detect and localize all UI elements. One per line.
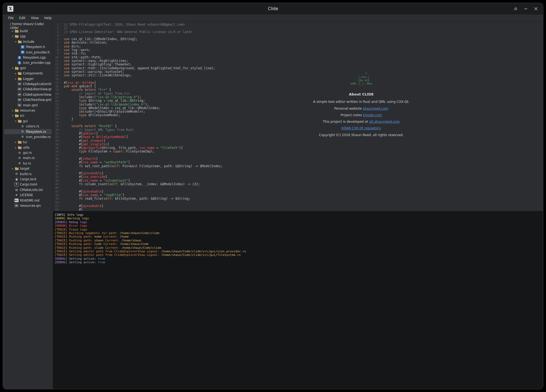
chevron-collapsed-icon[interactable]: ▸ bbox=[11, 30, 14, 32]
log-line: [TRACE] Building segments for path: /hom… bbox=[55, 231, 541, 235]
chevron-expanded-icon[interactable]: ▾ bbox=[11, 67, 14, 70]
menu-item-file[interactable]: File bbox=[6, 15, 16, 21]
chevron-expanded-icon[interactable]: ▾ bbox=[11, 35, 14, 38]
chevron-collapsed-icon[interactable]: ▸ bbox=[14, 141, 17, 143]
tree-item-clideexplorerview-qml[interactable]: QtClideExplorerView.qml bbox=[4, 92, 52, 97]
close-icon[interactable] bbox=[533, 6, 539, 11]
chevron-collapsed-icon[interactable]: ▸ bbox=[11, 109, 14, 112]
chevron-collapsed-icon[interactable]: ▸ bbox=[11, 167, 14, 170]
tree-item-build-rs[interactable]: ⚙build.rs bbox=[4, 171, 52, 176]
code-line: 41 bbox=[53, 168, 543, 172]
tree-item-resources[interactable]: ▸resources bbox=[4, 108, 52, 113]
tree-item-label: main.rs bbox=[23, 156, 35, 160]
chevron-expanded-icon[interactable]: ▾ bbox=[14, 40, 17, 43]
code-line: 49 fn read_file(self: &FileSystem, path:… bbox=[53, 197, 543, 201]
minimize-icon[interactable] bbox=[523, 6, 529, 11]
folder-icon bbox=[14, 34, 19, 38]
tree-item-logger[interactable]: ▸Logger bbox=[4, 76, 52, 81]
tree-root-path[interactable]: / home/ shaun/ Code/ clide/ bbox=[3, 23, 53, 28]
tree-item-label: qml bbox=[20, 66, 26, 70]
log-line: [INFO] Info logs bbox=[55, 213, 541, 217]
tree-item-tui-rs[interactable]: ⚙tui.rs bbox=[4, 161, 52, 166]
log-line: [TRACE] Setting editor path from ClideEx… bbox=[55, 250, 541, 253]
line-number: 16 bbox=[53, 77, 61, 81]
code-line: 51 #[qinvokable] bbox=[53, 204, 543, 208]
tree-item-label: CMakeLists.txt bbox=[20, 188, 43, 192]
tree-item-target[interactable]: ▸target bbox=[4, 166, 52, 171]
code-editor[interactable]: 1// SPDX-FileCopyrightText: 2026, Shaun … bbox=[53, 22, 543, 211]
code-line: 12use syntect::highlighting::ThemeSet; bbox=[53, 63, 543, 66]
about-link[interactable]: shaunreed.com bbox=[363, 107, 388, 110]
tree-item-utils[interactable]: ▸utils bbox=[4, 145, 52, 150]
tree-item-colors-rs[interactable]: ⚙colors.rs bbox=[4, 124, 52, 129]
about-links: Personal website shaunreed.comProject no… bbox=[296, 107, 427, 130]
tree-item-components[interactable]: ▸Components bbox=[4, 71, 52, 76]
about-line: Personal website shaunreed.com bbox=[296, 107, 427, 110]
chevron-collapsed-icon[interactable]: ▸ bbox=[14, 72, 17, 75]
tree-item-icon-provider-h[interactable]: Hicon_provider.h bbox=[4, 50, 52, 55]
tree-item-filesystem-cpp[interactable]: Cfilesystem.cpp bbox=[4, 55, 52, 60]
tree-item-label: resources.qrc bbox=[20, 204, 41, 208]
code-line: 47 #[qinvokable] bbox=[53, 190, 543, 193]
qt-file-icon: Qt bbox=[17, 87, 22, 91]
qt-file-icon: Qt bbox=[17, 82, 22, 86]
menu-item-edit[interactable]: Edit bbox=[17, 15, 28, 21]
code-line: 1// SPDX-FileCopyrightText: 2026, Shaun … bbox=[53, 23, 543, 26]
about-link[interactable]: knoats.com bbox=[363, 113, 382, 117]
tree-item-icon-provider-rs[interactable]: ⚙icon_provider.rs bbox=[4, 134, 52, 139]
about-line: KDAB CXX-Qt repository bbox=[296, 127, 427, 130]
tree-item-clidetreeview-qml[interactable]: QtClideTreeView.qml bbox=[4, 97, 52, 102]
tree-item-include[interactable]: ▾include bbox=[4, 39, 52, 44]
chevron-collapsed-icon[interactable]: ▸ bbox=[14, 77, 17, 80]
rollup-icon[interactable] bbox=[513, 6, 518, 11]
chevron-collapsed-icon[interactable]: ▸ bbox=[14, 146, 17, 149]
title-bar: X Clide bbox=[3, 3, 543, 14]
tree-item-clideeditorview-qml[interactable]: QtClideEditorView.qml bbox=[4, 87, 52, 92]
menu-item-view[interactable]: View bbox=[28, 15, 41, 21]
log-line: [ERROR] Error logs bbox=[55, 224, 541, 228]
tree-item-icon-provider-cpp[interactable]: Cicon_provider.cpp bbox=[4, 60, 52, 65]
line-number: 28 bbox=[53, 121, 61, 124]
tree-item-label: filesystem.cpp bbox=[23, 56, 46, 59]
tree-item-filesystem-rs[interactable]: ⚙filesystem.rs bbox=[4, 129, 52, 134]
tree-item-qml[interactable]: ▾qml bbox=[4, 65, 52, 71]
tree-item-cmakelists-txt[interactable]: ▤CMakeLists.txt bbox=[4, 187, 52, 192]
tree-item-gui-rs[interactable]: ⚙gui.rs bbox=[4, 150, 52, 155]
line-number: 19 bbox=[53, 88, 61, 92]
folder-icon bbox=[14, 167, 19, 170]
about-link[interactable]: KDAB CXX-Qt repository bbox=[342, 126, 381, 130]
about-link[interactable]: git.shaunreed.com bbox=[369, 120, 400, 124]
line-number: 2 bbox=[53, 26, 61, 30]
qt-file-icon: Qt bbox=[17, 103, 22, 107]
code-line: 8use log::warn; bbox=[53, 48, 543, 52]
chevron-expanded-icon[interactable]: ▾ bbox=[14, 120, 17, 122]
tree-item-cpp[interactable]: ▾cpp bbox=[4, 34, 52, 39]
tree-item-main-rs[interactable]: ⚙main.rs bbox=[4, 155, 52, 161]
log-line: [WARN] Warning logs bbox=[55, 217, 541, 220]
code-line: 42 #[qinvokable] bbox=[53, 172, 543, 175]
tree-item-cargo-lock[interactable]: Cargo.lock bbox=[4, 176, 52, 182]
line-number: 9 bbox=[53, 52, 61, 55]
tree-item-gui[interactable]: ▾gui bbox=[4, 118, 52, 124]
header-file-icon: H bbox=[20, 50, 25, 54]
log-console[interactable]: [INFO] Info logs[WARN] Warning logs[DEBU… bbox=[53, 211, 543, 389]
tree-item-clideapplicationview-qml[interactable]: QtClideApplicationView.qml bbox=[4, 81, 52, 86]
chevron-expanded-icon[interactable]: ▾ bbox=[11, 114, 14, 117]
file-explorer: / home/ shaun/ Code/ clide/ ▸build▾cpp▾i… bbox=[3, 22, 53, 389]
line-number: 38 bbox=[53, 157, 61, 161]
menu-item-help[interactable]: Help bbox=[42, 15, 54, 21]
tree-item-label: build bbox=[20, 29, 28, 33]
tree-item-tui[interactable]: ▸tui bbox=[4, 140, 52, 145]
tree-item-label: Cargo.lock bbox=[20, 177, 37, 181]
tree-item-cargo-toml[interactable]: TCargo.toml bbox=[4, 182, 52, 187]
about-line: This project is developed at git.shaunre… bbox=[296, 120, 427, 124]
code-line: 46 bbox=[53, 186, 543, 190]
tree-item-src[interactable]: ▾src bbox=[4, 113, 52, 118]
tree-item-readme-md[interactable]: M↓README.md bbox=[4, 198, 52, 203]
markdown-file-icon: M↓ bbox=[14, 199, 19, 202]
tree-item-filesystem-h[interactable]: Hfilesystem.h bbox=[4, 44, 52, 50]
folder-icon bbox=[17, 119, 22, 123]
tree-item-main-qml[interactable]: Qtmain.qml bbox=[4, 103, 52, 108]
tree-item-license[interactable]: ★LICENSE bbox=[4, 193, 52, 198]
tree-item-resources-qrc[interactable]: Qtresources.qrc bbox=[4, 203, 52, 208]
